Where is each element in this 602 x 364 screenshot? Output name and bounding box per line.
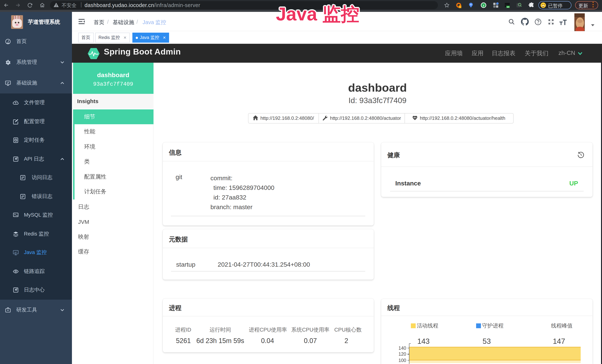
svg-text:on: on xyxy=(507,6,509,8)
svg-text:y: y xyxy=(483,3,484,7)
svg-text:1: 1 xyxy=(459,5,461,8)
